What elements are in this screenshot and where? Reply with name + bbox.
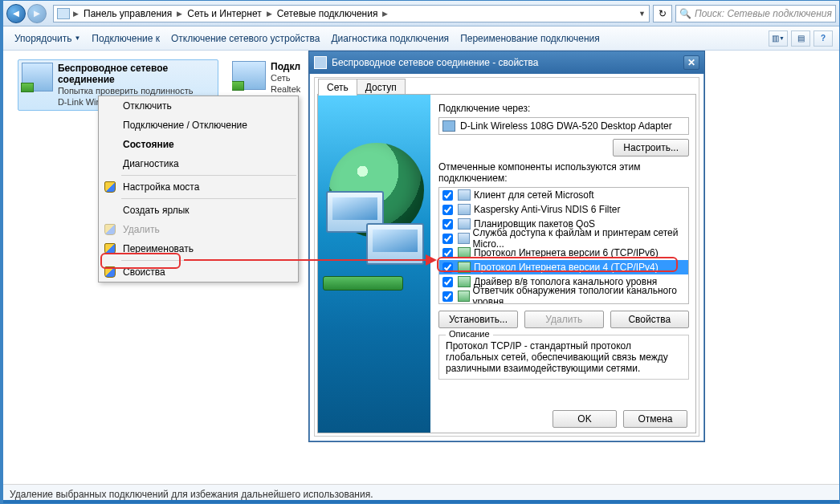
network-adapter-icon	[22, 63, 53, 91]
preview-pane-button[interactable]: ▤	[791, 30, 810, 47]
component-item[interactable]: Ответчик обнаружения топологии канальног…	[439, 289, 688, 303]
shield-icon	[104, 224, 116, 235]
ctx-diagnose[interactable]: Диагностика	[99, 154, 298, 173]
description-text: Протокол TCP/IP - стандартный протокол г…	[446, 340, 668, 374]
close-icon[interactable]: ✕	[683, 55, 699, 70]
ctx-delete[interactable]: Удалить	[99, 220, 298, 239]
annotation-arrow	[184, 259, 435, 261]
chevron-down-icon[interactable]: ▼	[638, 10, 646, 18]
adapter-icon	[442, 120, 455, 132]
search-icon: 🔍	[679, 8, 691, 19]
adapter-name: D-Link Wireless 108G DWA-520 Desktop Ada…	[460, 120, 672, 132]
component-checkbox[interactable]	[442, 234, 453, 244]
chevron-right-icon: ▶	[267, 10, 272, 18]
ctx-rename[interactable]: Переименовать	[99, 239, 298, 258]
tab-page-network: Подключение через: D-Link Wireless 108G …	[317, 94, 696, 433]
component-checkbox[interactable]	[442, 190, 453, 201]
component-checkbox[interactable]	[442, 277, 453, 287]
cancel-button[interactable]: Отмена	[623, 410, 687, 428]
component-item[interactable]: Служба доступа к файлам и принтерам сете…	[439, 231, 688, 246]
adapter-field: D-Link Wireless 108G DWA-520 Desktop Ada…	[438, 117, 689, 135]
search-input[interactable]: 🔍 Поиск: Сетевые подключения	[675, 5, 836, 22]
install-button[interactable]: Установить...	[438, 311, 518, 328]
context-menu: Отключить Подключение / Отключение Состо…	[98, 96, 299, 282]
component-item[interactable]: Протокол Интернета версии 6 (TCP/IPv6)	[439, 246, 688, 260]
component-icon	[458, 262, 471, 273]
ok-button[interactable]: OK	[553, 410, 617, 428]
crumb-connections[interactable]: Сетевые подключения	[275, 7, 380, 20]
components-list[interactable]: Клиент для сетей Microsoft Kaspersky Ant…	[438, 187, 689, 304]
components-label: Отмеченные компоненты используются этим …	[438, 161, 689, 184]
chevron-right-icon: ▶	[73, 10, 79, 18]
connection-lan[interactable]: Подкл Сеть Realtek	[232, 61, 304, 95]
dialog-titlebar[interactable]: Беспроводное сетевое соединение - свойст…	[309, 51, 704, 74]
component-checkbox[interactable]	[442, 291, 453, 302]
shield-icon	[104, 181, 116, 193]
properties-dialog: Беспроводное сетевое соединение - свойст…	[308, 51, 705, 442]
back-button[interactable]: ◄	[6, 4, 26, 23]
connection-status: Попытка проверить подлинность	[58, 85, 214, 96]
configure-button[interactable]: Настроить...	[613, 139, 689, 156]
crumb-control-panel[interactable]: Панель управления	[82, 7, 173, 20]
crumb-network-internet[interactable]: Сеть и Интернет	[186, 7, 263, 20]
ctx-bridge[interactable]: Настройка моста	[99, 177, 298, 197]
separator	[121, 175, 296, 176]
chevron-right-icon: ▶	[177, 10, 182, 18]
forward-button[interactable]: ►	[27, 4, 47, 23]
dialog-title: Беспроводное сетевое соединение - свойст…	[332, 57, 679, 68]
connection-title: Беспроводное сетевое соединение	[58, 63, 214, 85]
properties-button[interactable]: Свойства	[610, 311, 690, 328]
connection-title: Подкл	[271, 61, 300, 72]
dialog-icon	[314, 56, 327, 69]
ctx-connect-disconnect[interactable]: Подключение / Отключение	[99, 116, 298, 135]
component-item-ipv4[interactable]: Протокол Интернета версии 4 (TCP/IPv4)	[439, 260, 688, 274]
refresh-button[interactable]: ↻	[653, 5, 672, 22]
connect-to-button[interactable]: Подключение к	[87, 30, 165, 47]
connect-via-label: Подключение через:	[438, 103, 689, 114]
component-checkbox[interactable]	[442, 262, 453, 273]
ctx-create-shortcut[interactable]: Создать ярлык	[99, 201, 298, 220]
tab-access[interactable]: Доступ	[357, 79, 406, 96]
organize-button[interactable]: Упорядочить▼	[10, 30, 85, 47]
component-item[interactable]: Kaspersky Anti-Virus NDIS 6 Filter	[439, 202, 688, 217]
ctx-properties[interactable]: Свойства	[99, 262, 298, 282]
network-adapter-icon	[232, 61, 266, 90]
component-icon	[458, 233, 470, 244]
breadcrumb[interactable]: ▶ Панель управления ▶ Сеть и Интернет ▶ …	[53, 5, 650, 22]
component-icon	[458, 276, 471, 287]
tab-network[interactable]: Сеть	[318, 79, 357, 96]
chevron-right-icon: ▶	[382, 10, 388, 18]
component-checkbox[interactable]	[442, 205, 453, 215]
component-checkbox[interactable]	[442, 219, 453, 230]
location-icon	[57, 8, 70, 19]
taskbar-sliver	[3, 500, 839, 503]
description-box: Описание Протокол TCP/IP - стандартный п…	[438, 335, 689, 380]
change-view-button[interactable]: ▥ ▼	[769, 30, 788, 47]
connection-status: Сеть	[271, 72, 300, 83]
ctx-status[interactable]: Состояние	[99, 135, 298, 154]
component-icon	[458, 247, 471, 258]
help-button[interactable]: ?	[813, 30, 833, 47]
component-checkbox[interactable]	[442, 248, 453, 258]
component-icon	[458, 204, 471, 215]
toolbar: Упорядочить▼ Подключение к Отключение се…	[3, 26, 839, 51]
rename-connection-button[interactable]: Переименование подключения	[455, 30, 605, 47]
ctx-disable[interactable]: Отключить	[99, 96, 298, 116]
search-placeholder: Поиск: Сетевые подключения	[695, 8, 832, 19]
disable-device-button[interactable]: Отключение сетевого устройства	[166, 30, 324, 47]
dialog-body: Сеть Доступ Подключение через: D-Link Wi…	[314, 77, 699, 437]
component-item[interactable]: Клиент для сетей Microsoft	[439, 188, 688, 202]
sidebar-graphic	[318, 95, 430, 433]
description-legend: Описание	[446, 329, 493, 339]
explorer-window: ◄ ► ▶ Панель управления ▶ Сеть и Интерне…	[0, 0, 840, 504]
usb-dongle-icon	[323, 276, 403, 291]
shield-icon	[104, 266, 116, 278]
remove-button[interactable]: Удалить	[524, 311, 604, 328]
connection-device: Realtek	[271, 83, 300, 95]
shield-icon	[104, 243, 116, 254]
diagnose-button[interactable]: Диагностика подключения	[326, 30, 454, 47]
component-icon	[458, 291, 470, 302]
status-text: Удаление выбранных подключений для избеж…	[10, 489, 373, 500]
component-icon	[458, 218, 471, 230]
separator	[121, 198, 296, 199]
